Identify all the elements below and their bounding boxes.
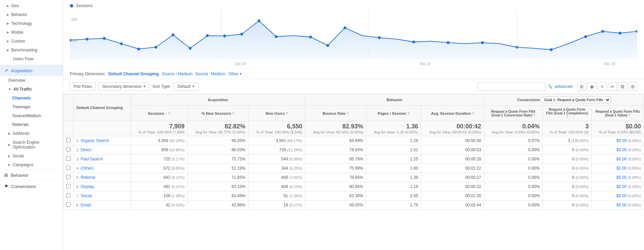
sidebar-item-custom[interactable]: ▶ Custom	[0, 37, 63, 46]
th-new-sessions[interactable]: % New Sessions ?	[187, 106, 248, 121]
y-label-500: 500	[71, 18, 77, 21]
sidebar-item-overview[interactable]: Overview	[0, 76, 63, 85]
primary-dim-source[interactable]: Source	[195, 72, 208, 76]
sidebar-item-users-flow[interactable]: Users Flow	[0, 54, 63, 63]
th-sessions[interactable]: Sessions ↓ ?	[131, 106, 187, 121]
channel-link[interactable]: Display	[81, 184, 94, 189]
arrow-icon: ▶	[7, 40, 9, 43]
summary-value: $0.00 % of Total: 0.00% ($0.00)	[592, 121, 644, 136]
row-checkbox[interactable]	[63, 145, 74, 155]
row-avg-duration: 00:02:44	[421, 201, 484, 210]
view-icon-list[interactable]: ≡	[598, 82, 607, 91]
advanced-link[interactable]: advanced	[555, 84, 572, 89]
row-new-users: 18 (0.27%)	[248, 201, 305, 210]
row-pages-session: 1.80	[366, 164, 421, 173]
channel-link[interactable]: (Other)	[81, 166, 94, 171]
chart-container: 500 250 ...	[70, 10, 637, 61]
channel-link[interactable]: Paid Search	[81, 157, 103, 161]
row-checkbox[interactable]	[63, 155, 74, 164]
sidebar-item-source-medium[interactable]: Source/Medium	[0, 111, 63, 120]
th-avg-duration[interactable]: Avg. Session Duration ?	[421, 106, 484, 121]
row-value: $0.00 (0.00%)	[592, 191, 644, 201]
sidebar-item-social[interactable]: ▶ Social	[0, 152, 63, 160]
arrow-icon: ▶	[8, 143, 11, 146]
table-row: 7. Social 109 (1.38%) 83.49% 91 (1.39%) …	[63, 191, 644, 201]
channel-link[interactable]: Referral	[81, 175, 95, 180]
summary-avg-duration: 00:00:42 Avg for View: 00:00:42 (0.00%)	[421, 121, 484, 136]
table-row: 4. (Other) 672 (8.50%) 51.19% 344 (5.25%…	[63, 164, 644, 173]
sidebar-main-acquisition[interactable]: ↗ Acquisition	[0, 65, 63, 76]
sidebar-item-treemaps[interactable]: Treemaps	[0, 103, 63, 111]
row-checkbox[interactable]	[63, 201, 74, 210]
search-icon[interactable]: 🔍	[548, 84, 553, 89]
sidebar-item-mobile[interactable]: ▶ Mobile	[0, 28, 63, 37]
row-checkbox[interactable]	[63, 136, 74, 145]
table-row: 6. Display 491 (6.21%) 83.10% 408 (6.23%…	[63, 182, 644, 191]
row-sessions: 672 (8.50%)	[131, 164, 187, 173]
view-icon-data[interactable]: ⊞	[628, 82, 637, 91]
sort-default-dropdown[interactable]: Default ▼	[174, 82, 199, 91]
sidebar-item-campaigns[interactable]: ▶ Campaigns	[0, 160, 63, 169]
row-new-users: 408 (6.23%)	[248, 182, 305, 191]
th-conv-rate[interactable]: Request a Quote Form Fills (Goal 1 Conve…	[484, 106, 542, 121]
channel-link[interactable]: Email	[81, 203, 91, 207]
sidebar-item-all-traffic[interactable]: ▼ All Traffic	[0, 85, 63, 94]
sidebar-item-benchmarking[interactable]: ▶ Benchmarking	[0, 46, 63, 54]
chart-dot	[550, 48, 553, 51]
row-new-sessions: 83.10%	[187, 182, 248, 191]
legend-label: Sessions	[76, 3, 93, 8]
sidebar-item-channels[interactable]: Channels	[0, 94, 63, 103]
search-input[interactable]	[477, 82, 546, 91]
row-checkbox[interactable]	[63, 164, 74, 173]
row-pages-session: 1.25	[366, 155, 421, 164]
channel-link[interactable]: Organic Search	[81, 138, 109, 143]
summary-sessions: 7,909 % of Total: 100.00% (7,909)	[131, 121, 187, 136]
sidebar-item-seo[interactable]: ▶ Search Engine Optimization	[0, 138, 63, 152]
row-value: $0.00 (0.00%)	[592, 164, 644, 173]
sidebar-main-behavior[interactable]: ⊞ Behavior	[0, 169, 63, 181]
view-icon-pie[interactable]: ◉	[587, 82, 596, 91]
summary-new-users: 6,550 % of Total: 100.00% (6,546)	[248, 121, 305, 136]
view-icon-compare[interactable]: ⇌	[608, 82, 617, 91]
view-icons: ⊞ ◉ ≡ ⇌ ⊠ ⊞	[577, 82, 637, 91]
row-checkbox[interactable]	[63, 191, 74, 201]
chart-area-fill	[70, 21, 637, 60]
row-sessions: 109 (1.38%)	[131, 191, 187, 201]
chart-dot	[412, 41, 415, 43]
th-bounce-rate[interactable]: Bounce Rate ?	[305, 106, 366, 121]
goal-select[interactable]: Goal 1: Request a Quote Form Fills	[541, 96, 611, 103]
view-icon-pivot[interactable]: ⊠	[618, 82, 627, 91]
sidebar: ▶ Geo ▶ Behavior ▶ Technology ▶ Mobile ▶…	[0, 0, 63, 250]
th-completions[interactable]: Request a Quote Form Fills (Goal 1 Compl…	[542, 106, 591, 121]
table-wrapper: Default Channel Grouping Acquisition Beh…	[63, 94, 644, 210]
th-new-users[interactable]: New Users ?	[248, 106, 305, 121]
view-icon-grid[interactable]: ⊞	[577, 82, 586, 91]
arrow-icon: ▶	[7, 31, 9, 34]
plot-rows-button[interactable]: Plot Rows	[70, 82, 96, 91]
sidebar-item-technology[interactable]: ▶ Technology	[0, 19, 63, 28]
secondary-dimension-dropdown[interactable]: Secondary dimension ▼	[98, 82, 150, 91]
arrow-icon: ▶	[8, 132, 11, 135]
th-conversions-group: Conversions Goal 1: Request a Quote Form…	[484, 94, 644, 106]
chevron-icon: ▼	[239, 72, 242, 76]
chevron-down-icon: ▼	[192, 85, 195, 88]
primary-dim-source-medium[interactable]: Source / Medium	[162, 72, 193, 76]
sidebar-main-conversions[interactable]: ⚑ Conversions	[0, 181, 63, 192]
sidebar-item-referrals[interactable]: Referrals	[0, 120, 63, 129]
sidebar-item-behavior[interactable]: ▶ Behavior	[0, 10, 63, 19]
primary-dim-active[interactable]: Default Channel Grouping	[108, 72, 159, 76]
th-value[interactable]: Request a Quote Form Fills (Goal 1 Value…	[592, 106, 644, 121]
chart-legend: Sessions	[70, 3, 637, 8]
row-checkbox[interactable]	[63, 182, 74, 191]
row-sessions: 42 (0.53%)	[131, 201, 187, 210]
arrow-icon: ▶	[8, 154, 11, 158]
channel-link[interactable]: Social	[81, 193, 92, 198]
chart-area: Sessions	[63, 0, 644, 69]
primary-dim-medium[interactable]: Medium	[211, 72, 226, 76]
sidebar-item-geo[interactable]: ▶ Geo	[0, 1, 63, 10]
primary-dim-other[interactable]: Other ▼	[228, 72, 242, 76]
sidebar-item-adwords[interactable]: ▶ AdWords	[0, 129, 63, 138]
channel-link[interactable]: Direct	[81, 147, 91, 152]
row-checkbox[interactable]	[63, 173, 74, 182]
th-pages-session[interactable]: Pages / Session ?	[366, 106, 421, 121]
